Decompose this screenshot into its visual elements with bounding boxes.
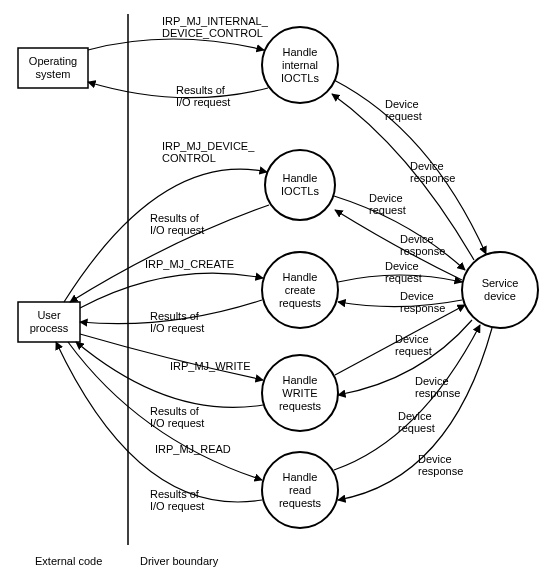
lbl-res-wr1: Results of: [150, 405, 200, 417]
lbl-irp-int1: IRP_MJ_INTERNAL_: [162, 15, 269, 27]
label-driver-boundary: Driver boundary: [140, 555, 219, 567]
lbl-dr-int1: Device: [385, 98, 419, 110]
lbl-irp-create: IRP_MJ_CREATE: [145, 258, 234, 270]
hioctl-l1: Handle: [283, 172, 318, 184]
svc-l2: device: [484, 290, 516, 302]
lbl-dr-wr1: Device: [395, 333, 429, 345]
lbl-res-int2: I/O request: [176, 96, 230, 108]
label-external-code: External code: [35, 555, 102, 567]
lbl-res-cr1: Results of: [150, 310, 200, 322]
lbl-dr-wr2: request: [395, 345, 432, 357]
node-operating-system: Operating system: [18, 48, 88, 88]
lbl-dr-rd1: Device: [398, 410, 432, 422]
lbl-res-wr2: I/O request: [150, 417, 204, 429]
edge-svc-to-hwrite: [338, 320, 472, 395]
node-handle-read: Handle read requests: [262, 452, 338, 528]
hcreate-l3: requests: [279, 297, 322, 309]
node-handle-create: Handle create requests: [262, 252, 338, 328]
lbl-drsp-ioctl1: Device: [400, 233, 434, 245]
node-handle-write: Handle WRITE requests: [262, 355, 338, 431]
lbl-irp-dc2: CONTROL: [162, 152, 216, 164]
lbl-drsp-ioctl2: response: [400, 245, 445, 257]
hread-l3: requests: [279, 497, 322, 509]
os-label2: system: [36, 68, 71, 80]
lbl-drsp-rd1: Device: [418, 453, 452, 465]
lbl-res-rd2: I/O request: [150, 500, 204, 512]
node-service-device: Service device: [462, 252, 538, 328]
lbl-irp-int2: DEVICE_CONTROL: [162, 27, 263, 39]
svc-l1: Service: [482, 277, 519, 289]
user-label2: process: [30, 322, 69, 334]
hcreate-l2: create: [285, 284, 316, 296]
user-label1: User: [37, 309, 61, 321]
os-label1: Operating: [29, 55, 77, 67]
edge-os-to-hint: [88, 39, 264, 50]
lbl-dr-cr1: Device: [385, 260, 419, 272]
edge-user-to-hcreate: [80, 273, 263, 308]
lbl-drsp-wr1: Device: [415, 375, 449, 387]
lbl-irp-read: IRP_MJ_READ: [155, 443, 231, 455]
edge-user-to-hwrite: [80, 334, 263, 380]
node-user-process: User process: [18, 302, 80, 342]
hcreate-l1: Handle: [283, 271, 318, 283]
lbl-dr-ioctl2: request: [369, 204, 406, 216]
node-handle-ioctls: Handle IOCTLs: [265, 150, 335, 220]
edge-hwrite-to-user: [76, 342, 263, 407]
hint-l2: internal: [282, 59, 318, 71]
hwrite-l2: WRITE: [282, 387, 317, 399]
hread-l2: read: [289, 484, 311, 496]
lbl-res-ioctl2: I/O request: [150, 224, 204, 236]
lbl-drsp-cr1: Device: [400, 290, 434, 302]
lbl-res-ioctl1: Results of: [150, 212, 200, 224]
lbl-irp-dc1: IRP_MJ_DEVICE_: [162, 140, 255, 152]
hwrite-l1: Handle: [283, 374, 318, 386]
hwrite-l3: requests: [279, 400, 322, 412]
lbl-dr-cr2: request: [385, 272, 422, 284]
hioctl-l2: IOCTLs: [281, 185, 319, 197]
lbl-dr-ioctl1: Device: [369, 192, 403, 204]
lbl-res-cr2: I/O request: [150, 322, 204, 334]
lbl-drsp-int1: Device: [410, 160, 444, 172]
lbl-drsp-int2: response: [410, 172, 455, 184]
hint-l3: IOCTLs: [281, 72, 319, 84]
hread-l1: Handle: [283, 471, 318, 483]
node-handle-internal-ioctls: Handle internal IOCTLs: [262, 27, 338, 103]
lbl-dr-int2: request: [385, 110, 422, 122]
driver-dataflow-diagram: Operating system User process Handle int…: [0, 0, 550, 579]
lbl-drsp-cr2: response: [400, 302, 445, 314]
lbl-res-rd1: Results of: [150, 488, 200, 500]
hint-l1: Handle: [283, 46, 318, 58]
lbl-drsp-wr2: response: [415, 387, 460, 399]
lbl-dr-rd2: request: [398, 422, 435, 434]
lbl-irp-write: IRP_MJ_WRITE: [170, 360, 251, 372]
lbl-res-int1: Results of: [176, 84, 226, 96]
lbl-drsp-rd2: response: [418, 465, 463, 477]
